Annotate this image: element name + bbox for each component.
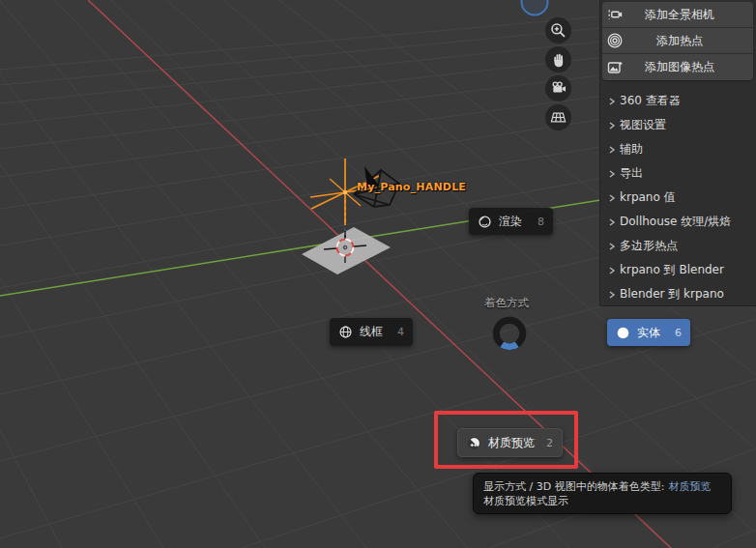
panorama-camera-icon <box>602 6 627 23</box>
pie-item-label: 线框 <box>360 324 383 340</box>
chevron-right-icon <box>604 291 620 299</box>
orthographic-grid-icon <box>549 108 567 127</box>
chevron-right-icon <box>604 267 620 274</box>
rendered-sphere-icon <box>478 215 492 229</box>
image-hotspot-icon <box>602 59 627 76</box>
sidebar-section-helpers[interactable]: 辅助 <box>604 137 754 161</box>
hotspot-rings-icon <box>602 32 627 49</box>
wireframe-sphere-icon <box>338 325 353 339</box>
solid-sphere-icon <box>616 326 630 340</box>
zoom-in-button[interactable] <box>545 17 571 43</box>
annotation-highlight-rect <box>434 411 578 469</box>
empty-origin-dot <box>343 190 347 194</box>
sidebar-section-dollhouse-bake[interactable]: Dollhouse 纹理/烘焙 <box>604 210 754 234</box>
chevron-right-icon <box>604 243 620 250</box>
pie-item-shortcut: 8 <box>538 216 544 228</box>
pan-view-button[interactable] <box>545 46 571 72</box>
pie-item-shortcut: 6 <box>675 327 682 339</box>
pie-item-shortcut: 4 <box>397 326 404 338</box>
plane-object[interactable] <box>302 227 391 274</box>
sidebar-section-360-viewer[interactable]: 360 查看器 <box>604 89 754 113</box>
pie-item-wireframe[interactable]: 线框 4 <box>330 318 413 346</box>
sidebar-section-export[interactable]: 导出 <box>604 161 754 186</box>
sidebar-button-group: 添加全景相机 添加热点 <box>602 2 753 80</box>
object-name-label: My_Pano_HANDLE <box>357 181 466 193</box>
pie-menu-title: 着色方式 <box>449 296 565 310</box>
perspective-grid-button[interactable] <box>545 104 571 130</box>
sidebar-sections: 360 查看器 视图设置 辅助 导出 krpano 值 Dollhouse 纹理… <box>604 89 754 306</box>
add-image-hotspot-button[interactable]: 添加图像热点 <box>602 54 753 80</box>
camera-view-button[interactable] <box>545 75 571 101</box>
sidebar-section-view-settings[interactable]: 视图设置 <box>604 113 754 137</box>
add-image-hotspot-label: 添加图像热点 <box>627 59 753 75</box>
pie-direction-arc <box>502 344 516 346</box>
sidebar-section-krpano-values[interactable]: krpano 值 <box>604 186 754 210</box>
chevron-right-icon <box>604 146 620 154</box>
add-hotspot-button[interactable]: 添加热点 <box>602 28 753 54</box>
camera-view-icon <box>549 79 567 98</box>
add-panorama-camera-button[interactable]: 添加全景相机 <box>602 2 753 28</box>
sidebar-section-krpano-to-blender[interactable]: krpano 到 Blender <box>604 258 754 282</box>
zoom-in-icon <box>549 21 567 40</box>
pie-center-ring <box>488 312 531 355</box>
chevron-right-icon <box>604 170 620 178</box>
sidebar-panel: 添加全景相机 添加热点 <box>599 0 756 306</box>
tooltip-line2: 材质预览模式显示 <box>483 494 721 508</box>
pie-item-rendered[interactable]: 渲染 8 <box>469 208 553 235</box>
pie-item-label: 实体 <box>637 325 660 341</box>
tooltip-value: 材质预览 <box>668 480 711 493</box>
navigation-gizmo-ball[interactable] <box>522 0 548 15</box>
add-panorama-camera-label: 添加全景相机 <box>627 7 753 23</box>
chevron-right-icon <box>604 98 620 105</box>
blender-viewport-window: My_Pano_HANDLE <box>0 0 756 548</box>
hand-pan-icon <box>550 51 567 69</box>
chevron-right-icon <box>604 218 620 226</box>
add-hotspot-label: 添加热点 <box>627 33 753 49</box>
tooltip: 显示方式 / 3D 视图中的物体着色类型:材质预览 材质预览模式显示 <box>473 473 732 514</box>
pie-item-solid[interactable]: 实体 6 <box>607 319 690 346</box>
tooltip-line1: 显示方式 / 3D 视图中的物体着色类型:材质预览 <box>483 479 721 494</box>
chevron-right-icon <box>604 122 620 130</box>
pie-item-label: 渲染 <box>499 214 522 230</box>
sidebar-section-blender-to-krpano[interactable]: Blender 到 krpano <box>604 282 754 306</box>
sidebar-section-polygon-hotspot[interactable]: 多边形热点 <box>604 234 754 258</box>
chevron-right-icon <box>604 194 620 202</box>
